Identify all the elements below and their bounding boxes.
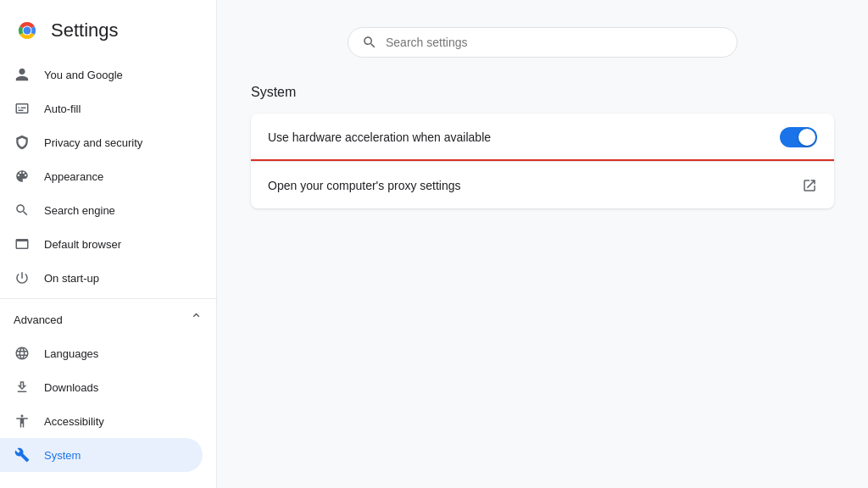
sidebar-item-label-languages: Languages	[44, 347, 98, 360]
settings-card: Use hardware acceleration when available…	[251, 114, 834, 208]
sidebar-item-label-on-startup: On start-up	[44, 272, 99, 285]
sidebar-item-downloads[interactable]: Downloads	[0, 370, 203, 404]
sidebar-item-label-default-browser: Default browser	[44, 238, 121, 251]
chrome-logo-icon	[14, 17, 41, 44]
sidebar: Settings You and Google Auto-fill Privac…	[0, 0, 217, 488]
sidebar-item-label-downloads: Downloads	[44, 381, 98, 394]
palette-icon	[14, 168, 31, 185]
sidebar-item-label-you-and-google: You and Google	[44, 69, 123, 81]
chevron-up-icon: ⌃	[190, 310, 203, 329]
sidebar-item-languages[interactable]: Languages	[0, 336, 203, 370]
sidebar-item-you-and-google[interactable]: You and Google	[0, 58, 203, 92]
sidebar-header: Settings	[0, 7, 216, 58]
shield-icon	[14, 134, 31, 151]
sidebar-item-accessibility[interactable]: Accessibility	[0, 404, 203, 438]
power-icon	[14, 269, 31, 286]
proxy-settings-row[interactable]: Open your computer's proxy settings	[251, 161, 834, 208]
search-bar-container	[251, 27, 834, 58]
svg-point-2	[24, 27, 31, 35]
sidebar-item-label-accessibility: Accessibility	[44, 415, 104, 428]
download-icon	[14, 379, 31, 396]
sidebar-item-on-startup[interactable]: On start-up	[0, 261, 203, 295]
search-icon	[362, 35, 377, 50]
person-icon	[14, 66, 31, 83]
toggle-thumb	[798, 129, 815, 146]
sidebar-item-label-privacy-security: Privacy and security	[44, 136, 142, 149]
advanced-section-label: Advanced	[14, 313, 63, 326]
hardware-acceleration-toggle[interactable]	[780, 127, 817, 147]
search-input[interactable]	[386, 36, 723, 49]
sidebar-item-label-appearance: Appearance	[44, 170, 103, 183]
browser-icon	[14, 236, 31, 252]
sidebar-item-system[interactable]: System	[0, 438, 203, 472]
sidebar-item-autofill[interactable]: Auto-fill	[0, 92, 203, 125]
sidebar-item-label-search-engine: Search engine	[44, 204, 115, 217]
toggle-track	[780, 127, 817, 147]
sidebar-item-default-browser[interactable]: Default browser	[0, 227, 203, 261]
hardware-acceleration-label: Use hardware acceleration when available	[268, 130, 491, 144]
external-link-icon	[802, 178, 817, 193]
sidebar-item-search-engine[interactable]: Search engine	[0, 193, 203, 227]
sidebar-divider	[0, 298, 216, 299]
search-bar	[348, 27, 737, 58]
proxy-settings-label: Open your computer's proxy settings	[268, 179, 461, 192]
hardware-acceleration-row: Use hardware acceleration when available	[251, 114, 834, 161]
globe-icon	[14, 345, 31, 362]
section-title: System	[251, 85, 834, 100]
system-section: System Use hardware acceleration when av…	[251, 85, 834, 208]
sidebar-item-label-autofill: Auto-fill	[44, 103, 81, 115]
main-content: System Use hardware acceleration when av…	[217, 0, 868, 488]
sidebar-item-appearance[interactable]: Appearance	[0, 159, 203, 193]
sidebar-item-label-system: System	[44, 449, 81, 462]
sidebar-item-privacy-security[interactable]: Privacy and security	[0, 125, 203, 159]
badge-icon	[14, 100, 31, 117]
wrench-icon	[14, 446, 31, 463]
search-icon	[14, 202, 31, 219]
accessibility-icon	[14, 413, 31, 430]
app-title: Settings	[51, 19, 119, 42]
advanced-section-header[interactable]: Advanced ⌃	[0, 302, 216, 336]
